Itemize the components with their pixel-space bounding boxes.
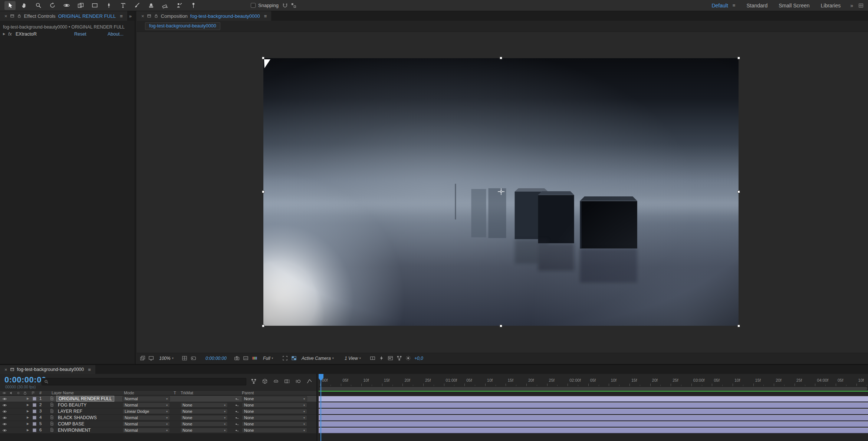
grid-guides-icon[interactable] (182, 353, 187, 363)
trkmat-dropdown[interactable]: None▾ (180, 415, 228, 420)
layer-visibility-toggle[interactable] (2, 397, 7, 401)
effect-row[interactable]: ▶ fx EXtractoR Reset About... (0, 31, 135, 39)
blend-mode-dropdown[interactable]: Linear Dodge▾ (122, 409, 170, 414)
layer-visibility-toggle[interactable] (2, 422, 7, 427)
layer-row-5[interactable]: ▶5COMP BASENormal▾None▾None▾ (0, 421, 316, 427)
parent-pickwhip-icon[interactable] (234, 415, 239, 420)
layer-expander-icon[interactable]: ▶ (27, 403, 29, 407)
layer-color-swatch[interactable] (33, 397, 36, 401)
layer-expander-icon[interactable]: ▶ (27, 422, 29, 425)
composition-viewer[interactable] (137, 32, 868, 353)
layer-row-2[interactable]: ▶2FOG BEAUTYNormal▾None▾None▾ (0, 402, 316, 408)
fast-previews-icon[interactable] (379, 353, 384, 363)
workspace-default[interactable]: Default (711, 3, 728, 9)
show-snapshot-icon[interactable] (243, 353, 249, 363)
tool-pan-behind[interactable] (75, 1, 86, 10)
parent-dropdown[interactable]: None▾ (242, 409, 307, 414)
viewer-selector[interactable]: fog-test-background-beauty0000 (145, 22, 220, 30)
panel-menu-icon[interactable]: ≡ (264, 13, 267, 19)
layer-duration-bar[interactable] (319, 415, 868, 421)
layer-duration-bar[interactable] (319, 428, 868, 433)
workspace-libraries[interactable]: Libraries (821, 3, 841, 9)
layer-expander-icon[interactable]: ▶ (27, 410, 29, 413)
blend-mode-dropdown[interactable]: Normal▾ (122, 428, 170, 433)
always-preview-icon[interactable] (140, 353, 145, 363)
lock-icon[interactable] (154, 14, 158, 18)
search-workspace-icon[interactable] (858, 3, 864, 8)
transparency-grid-icon[interactable] (291, 353, 297, 363)
tab-composition[interactable]: × Composition fog-test-background-beauty… (137, 11, 271, 21)
snapping-checkbox[interactable] (251, 3, 256, 8)
layer-name[interactable]: LAYER REF (58, 409, 82, 414)
layer-row-3[interactable]: ▶3LAYER REFLinear Dodge▾None▾None▾ (0, 408, 316, 415)
trkmat-dropdown[interactable]: None▾ (180, 409, 228, 414)
close-icon[interactable]: × (141, 13, 144, 19)
workspace-standard[interactable]: Standard (746, 3, 767, 9)
workspace-small-screen[interactable]: Small Screen (779, 3, 809, 9)
tool-orbit-camera[interactable] (61, 1, 72, 10)
time-ruler[interactable]: 00f05f10f15f20f25f01:00f05f10f15f20f25f0… (319, 374, 868, 387)
motion-blur-icon[interactable] (295, 378, 301, 384)
current-time-button[interactable]: 0:00:00:00 (206, 353, 227, 363)
snap-magnet-icon[interactable] (282, 3, 288, 8)
tool-rotate[interactable] (47, 1, 58, 10)
tool-eraser[interactable] (160, 1, 171, 10)
parent-dropdown[interactable]: None▾ (242, 402, 307, 408)
trkmat-dropdown[interactable]: None▾ (180, 428, 228, 433)
parent-pickwhip-icon[interactable] (234, 403, 239, 408)
timeline-button-icon[interactable] (388, 353, 393, 363)
graph-editor-icon[interactable] (306, 378, 312, 384)
effect-expander-icon[interactable]: ▶ (3, 32, 5, 36)
tool-hand[interactable] (19, 1, 30, 10)
show-channel-icon[interactable] (252, 353, 257, 363)
layer-expander-icon[interactable]: ▶ (27, 416, 29, 419)
parent-pickwhip-icon[interactable] (234, 422, 239, 427)
exposure-value[interactable]: +0,0 (414, 353, 423, 363)
flowchart-icon[interactable] (397, 353, 402, 363)
tool-rectangle[interactable] (89, 1, 100, 10)
parent-pickwhip-icon[interactable] (234, 428, 239, 433)
tool-puppet-pin[interactable] (188, 1, 199, 10)
close-icon[interactable]: × (4, 13, 7, 19)
tab-overflow-icon[interactable]: » (129, 11, 132, 21)
layer-visibility-toggle[interactable] (2, 415, 7, 420)
blend-mode-dropdown[interactable]: Normal▾ (122, 402, 170, 408)
tool-zoom[interactable] (33, 1, 44, 10)
layer-visibility-toggle[interactable] (2, 428, 7, 433)
layer-color-swatch[interactable] (33, 403, 36, 407)
lock-icon[interactable] (17, 14, 22, 18)
tool-brush[interactable] (131, 1, 142, 10)
blend-mode-dropdown[interactable]: Normal▾ (122, 421, 170, 427)
layer-visibility-toggle[interactable] (2, 409, 7, 414)
parent-dropdown[interactable]: None▾ (242, 396, 307, 401)
layer-color-swatch[interactable] (33, 422, 36, 426)
layer-name[interactable]: FOG BEAUTY (58, 402, 86, 408)
trkmat-dropdown[interactable]: None▾ (180, 421, 228, 427)
timeline-search-input[interactable] (42, 378, 246, 385)
frame-blending-icon[interactable] (284, 378, 290, 384)
snapshot-icon[interactable] (234, 353, 240, 363)
layer-duration-bar[interactable] (319, 409, 868, 414)
region-of-interest-icon[interactable] (282, 353, 288, 363)
snap-edges-icon[interactable] (291, 3, 296, 8)
selection-handle[interactable] (737, 57, 740, 59)
trkmat-dropdown[interactable]: None▾ (180, 402, 228, 408)
selection-handle[interactable] (262, 325, 264, 327)
selection-handle[interactable] (737, 190, 740, 193)
work-area-bar[interactable] (319, 387, 867, 390)
effect-reset-button[interactable]: Reset (74, 32, 86, 37)
composition-canvas[interactable] (263, 58, 739, 326)
layer-expander-icon[interactable]: ▶ (27, 397, 29, 400)
layer-expander-icon[interactable]: ▶ (27, 428, 29, 432)
tool-roto-brush[interactable] (174, 1, 185, 10)
layer-duration-bar[interactable] (319, 402, 868, 408)
parent-pickwhip-icon[interactable] (234, 397, 239, 401)
layer-duration-bar[interactable] (319, 421, 868, 427)
layer-color-swatch[interactable] (33, 416, 36, 420)
view-layout-dropdown[interactable]: 1 View▾ (345, 353, 361, 363)
layer-row-1[interactable]: ▶1ORIGINAL RENDER FULLNormal▾None▾ (0, 396, 316, 402)
layer-color-swatch[interactable] (33, 428, 36, 432)
layer-visibility-toggle[interactable] (2, 403, 7, 408)
layer-row-4[interactable]: ▶4BLACK SHADOWSNormal▾None▾None▾ (0, 415, 316, 421)
pixel-aspect-icon[interactable] (370, 353, 375, 363)
